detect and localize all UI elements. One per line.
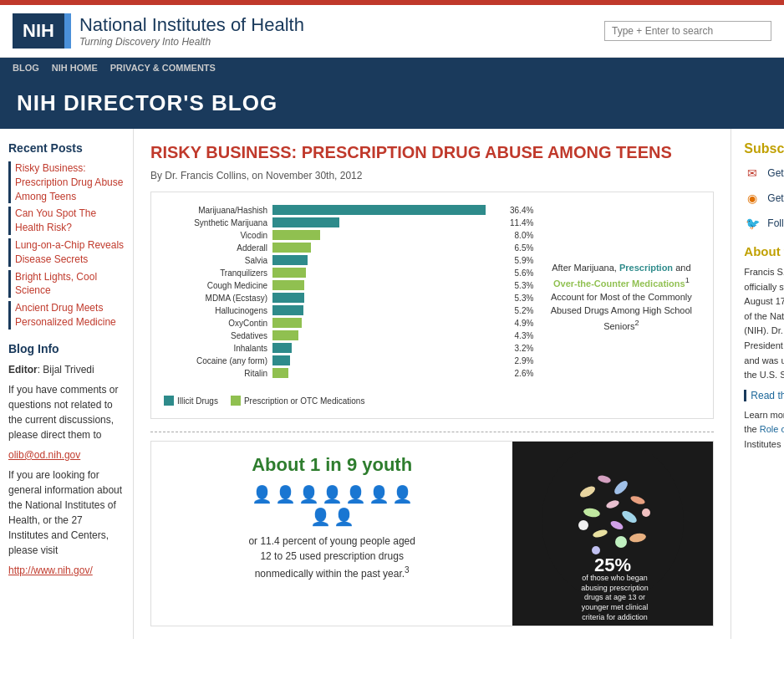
bar-label: Sedatives [164,331,272,340]
bar-fill [272,217,339,227]
bar-label: Cocaine (any form) [164,356,272,365]
post-link-3[interactable]: Lung-on-a-Chip Reveals Disease Secrets [15,238,125,267]
svg-text:25%: 25% [594,554,631,575]
right-sidebar: Subscribe! ✉ Get new blog posts by email… [731,129,784,639]
bar-label: MDMA (Ecstasy) [164,294,272,303]
bar-fill [272,280,304,290]
person-icon: 👤 [345,484,366,504]
blog-banner: NIH DIRECTOR'S BLOG [0,78,784,129]
nav-blog[interactable]: BLOG [13,63,39,73]
bar-value-label: 5.3% [515,281,534,290]
twitter-icon: 🐦 [744,215,761,232]
bar-row: Ritalin2.6% [164,368,533,378]
bar-track [272,305,512,315]
stat-title: About 1 in 9 youth [252,454,412,476]
read-bio-item: Read the full bio sketch [744,390,784,401]
email-subscribe-link[interactable]: Get new blog posts by email [767,167,784,179]
main-layout: Recent Posts Risky Business: Prescriptio… [0,129,784,639]
bar-fill [272,318,302,328]
bar-track [272,355,512,365]
bar-track [272,368,512,378]
post-link-4[interactable]: Bright Lights, Cool Science [15,270,125,299]
main-content: RISKY BUSINESS: PRESCRIPTION DRUG ABUSE … [134,129,731,639]
rss-subscribe-link[interactable]: Get posts via RSS Feed [767,192,784,204]
bar-track [272,268,512,278]
bars-section: Marijuana/Hashish36.4%Synthetic Marijuan… [164,205,533,381]
bar-value-label: 4.3% [515,331,534,340]
bar-label: Inhalants [164,344,272,353]
list-item: Lung-on-a-Chip Reveals Disease Secrets [8,238,125,267]
bar-value-label: 5.6% [515,268,534,278]
divider [150,432,714,432]
article-byline: By Dr. Francis Collins, on November 30th… [150,170,714,181]
post-link-1[interactable]: Risky Business: Prescription Drug Abuse … [15,161,125,203]
about-section: About the NIH Director Francis S. Collin… [744,244,784,452]
editor-info: Editor: Bijal Trivedi [8,362,125,377]
comment-email-link[interactable]: olib@od.nih.gov [8,449,80,461]
bar-fill [272,330,298,340]
chart-container: Marijuana/Hashish36.4%Synthetic Marijuan… [150,192,714,419]
bar-track [272,280,512,290]
person-icon: 👤 [392,484,413,504]
legend-teal-box [164,396,174,406]
learn-more-section: Learn more about Leadership and the Role… [744,408,784,452]
bar-label: Cough Medicine [164,281,272,290]
bar-track [272,293,512,303]
bar-row: Sedatives4.3% [164,330,533,340]
bar-track [272,217,507,227]
twitter-link[interactable]: Follow Dr. Collins on Twitter [767,217,784,229]
svg-point-14 [615,536,627,548]
about-heading: About the NIH Director [744,244,784,258]
svg-point-13 [642,508,650,517]
bar-value-label: 2.6% [515,369,534,378]
bar-row: Inhalants3.2% [164,343,533,353]
bar-row: Marijuana/Hashish36.4% [164,205,533,215]
legend-illicit-label: Illicit Drugs [177,396,218,406]
bar-fill [272,368,288,378]
rss-subscribe-item: ◉ Get posts via RSS Feed [744,190,784,207]
head-graphic: 25% of those who began abusing prescript… [521,442,705,626]
bar-track [272,230,512,240]
nav-bar: BLOG NIH HOME PRIVACY & COMMENTS [0,58,784,78]
list-item: Risky Business: Prescription Drug Abuse … [8,161,125,203]
bar-row: Cough Medicine5.3% [164,280,533,290]
read-bio-link[interactable]: Read the full bio sketch [751,390,784,401]
article-title: RISKY BUSINESS: PRESCRIPTION DRUG ABUSE … [150,141,714,163]
twitter-subscribe-item: 🐦 Follow Dr. Collins on Twitter [744,215,784,232]
bar-label: Hallucinogens [164,306,272,315]
bar-value-label: 6.5% [515,243,534,253]
legend-prescription-label: Prescription or OTC Medications [244,396,365,406]
editor-name: Bijal Trivedi [43,364,94,376]
svg-point-15 [592,546,600,554]
infographic-left: About 1 in 9 youth 👤👤👤👤👤👤👤👤👤 or 11.4 per… [151,442,512,626]
bar-label: Vicodin [164,231,272,240]
nav-privacy[interactable]: PRIVACY & COMMENTS [110,63,216,73]
site-header: NIH National Institutes of Health Turnin… [0,5,784,58]
post-link-5[interactable]: Ancient Drug Meets Personalized Medicine [15,301,125,330]
left-sidebar: Recent Posts Risky Business: Prescriptio… [0,129,134,639]
rss-icon: ◉ [744,190,761,207]
post-link-2[interactable]: Can You Spot The Health Risk? [15,207,125,235]
bar-row: OxyContin4.9% [164,318,533,328]
person-icon: 👤 [322,484,343,504]
person-icon: 👤 [333,507,354,527]
nav-nih-home[interactable]: NIH HOME [52,63,98,73]
bar-track [272,205,507,215]
search-input[interactable] [604,21,771,41]
general-text: If you are looking for general informati… [8,468,125,558]
legend-illicit: Illicit Drugs [164,396,218,406]
stat-desc: or 11.4 percent of young people aged 12 … [248,535,415,580]
list-item: Ancient Drug Meets Personalized Medicine [8,301,125,330]
nih-url-link[interactable]: http://www.nih.gov/ [8,565,93,576]
person-icon: 👤 [298,484,319,504]
role-link[interactable]: Role of Director [760,424,784,434]
bar-label: Synthetic Marijuana [164,218,272,227]
bar-fill [272,268,306,278]
people-icons: 👤👤👤👤👤👤👤👤👤 [248,484,415,527]
bar-row: Adderall6.5% [164,243,533,253]
bar-label: Marijuana/Hashish [164,206,272,215]
chart-wrapper: Marijuana/Hashish36.4%Synthetic Marijuan… [164,205,700,389]
chart-note-section: After Marijuana, Prescription and Over-t… [533,205,700,389]
person-icon: 👤 [275,484,296,504]
blog-info-section: Blog Info Editor: Bijal Trivedi If you h… [8,342,125,578]
